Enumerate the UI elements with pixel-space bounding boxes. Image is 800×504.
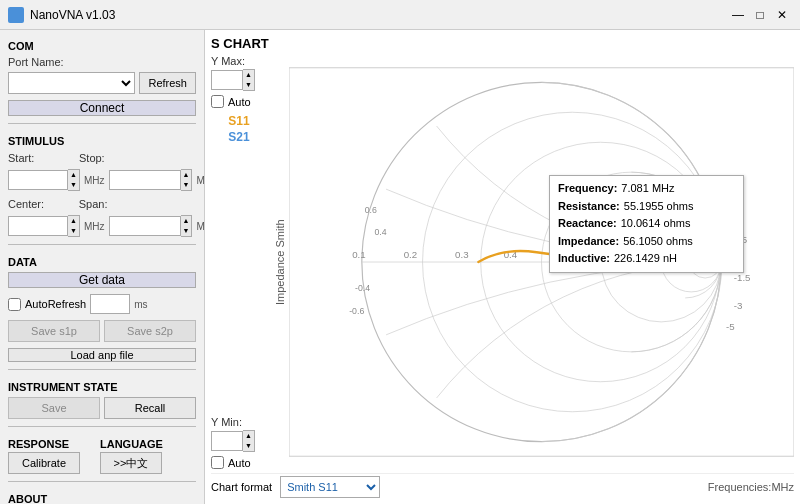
svg-text:0.2: 0.2 — [404, 249, 418, 260]
window-title: NanoVNA v1.03 — [30, 8, 115, 22]
calibrate-button[interactable]: Calibrate — [8, 452, 80, 474]
maximize-button[interactable]: □ — [750, 5, 770, 25]
ymax-auto-label: Auto — [228, 96, 251, 108]
start-label: Start: — [8, 152, 34, 164]
start-spinner[interactable]: ▲ ▼ — [68, 169, 80, 191]
y-axis-label: Impedance Smith — [271, 55, 289, 469]
ymax-up[interactable]: ▲ — [243, 70, 254, 80]
connect-button[interactable]: Connect — [8, 100, 196, 116]
span-up-arrow[interactable]: ▲ — [181, 216, 192, 226]
instrument-label: INSTRUMENT STATE — [8, 381, 196, 393]
about-label: ABOUT — [8, 493, 196, 504]
stop-down-arrow[interactable]: ▼ — [181, 180, 192, 190]
svg-text:0.4: 0.4 — [374, 227, 386, 237]
svg-text:1: 1 — [641, 249, 646, 260]
ymin-label: Y Min: — [211, 416, 267, 428]
load-anp-button[interactable]: Load anp file — [8, 348, 196, 362]
svg-text:1.5: 1.5 — [734, 234, 748, 245]
center-down-arrow[interactable]: ▼ — [68, 226, 79, 236]
svg-text:-1.5: -1.5 — [734, 272, 751, 283]
data-label: DATA — [8, 256, 196, 268]
minimize-button[interactable]: — — [728, 5, 748, 25]
language-label: LANGUAGE — [100, 438, 163, 450]
right-panel: S CHART Y Max: 1.0 ▲ ▼ Auto — [205, 30, 800, 504]
svg-text:0.3: 0.3 — [455, 249, 468, 260]
response-label: RESPONSE — [8, 438, 80, 450]
chart-format-label: Chart format — [211, 481, 272, 493]
left-panel: COM Port Name: Refresh Connect STIMULUS … — [0, 30, 205, 504]
chart-area: Impedance Smith — [271, 55, 794, 469]
port-name-label: Port Name: — [8, 56, 196, 68]
ymax-down[interactable]: ▼ — [243, 80, 254, 90]
ymin-auto-label: Auto — [228, 457, 251, 469]
s21-legend-label: S21 — [228, 130, 249, 144]
autorefresh-checkbox[interactable] — [8, 298, 21, 311]
start-input[interactable]: 0.050000 — [8, 170, 68, 190]
center-input[interactable]: 150.000000 — [8, 216, 68, 236]
stop-spinner[interactable]: ▲ ▼ — [181, 169, 193, 191]
svg-text:0.1: 0.1 — [352, 249, 366, 260]
start-up-arrow[interactable]: ▲ — [68, 170, 79, 180]
svg-text:3: 3 — [734, 209, 739, 220]
save-instrument-button[interactable]: Save — [8, 397, 100, 419]
ymin-down[interactable]: ▼ — [243, 441, 254, 451]
ymin-input[interactable]: 0.0 — [211, 431, 243, 451]
span-input[interactable]: 300.000000 — [109, 216, 181, 236]
language-button[interactable]: >>中文 — [100, 452, 162, 474]
chart-format-select[interactable]: Smith S11 — [280, 476, 380, 498]
svg-text:-0.4: -0.4 — [355, 283, 370, 293]
smith-chart-svg: 0.1 0.2 0.3 0.4 0.6 0.8 1 2 5 20 1.5 3 5 — [289, 55, 794, 469]
ymax-input[interactable]: 1.0 — [211, 70, 243, 90]
svg-point-30 — [659, 263, 667, 271]
frequencies-label: Frequencies:MHz — [708, 481, 794, 493]
svg-text:-5: -5 — [726, 321, 735, 332]
start-down-arrow[interactable]: ▼ — [68, 180, 79, 190]
center-spinner[interactable]: ▲ ▼ — [68, 215, 80, 237]
save-s2p-button[interactable]: Save s2p — [104, 320, 196, 342]
title-bar: NanoVNA v1.03 — □ ✕ — [0, 0, 800, 30]
ymax-label: Y Max: — [211, 55, 267, 67]
autorefresh-label: AutoRefresh — [25, 298, 86, 310]
autorefresh-input[interactable]: 1200 — [90, 294, 130, 314]
svg-text:0.6: 0.6 — [365, 205, 377, 215]
chart-svg-container[interactable]: 0.1 0.2 0.3 0.4 0.6 0.8 1 2 5 20 1.5 3 5 — [289, 55, 794, 469]
save-s1p-button[interactable]: Save s1p — [8, 320, 100, 342]
svg-text:0.8: 0.8 — [598, 249, 612, 260]
svg-text:5: 5 — [702, 249, 707, 260]
span-label: Span: — [79, 198, 108, 210]
svg-text:20: 20 — [723, 249, 734, 260]
port-select[interactable] — [8, 72, 135, 94]
stimulus-label: STIMULUS — [8, 135, 196, 147]
get-data-button[interactable]: Get data — [8, 272, 196, 288]
start-unit: MHz — [84, 175, 105, 186]
span-down-arrow[interactable]: ▼ — [181, 226, 192, 236]
stop-input[interactable]: 300.000000 — [109, 170, 181, 190]
stop-up-arrow[interactable]: ▲ — [181, 170, 192, 180]
com-section-label: COM — [8, 40, 196, 52]
ymin-auto-checkbox[interactable] — [211, 456, 224, 469]
recall-button[interactable]: Recall — [104, 397, 196, 419]
ymin-up[interactable]: ▲ — [243, 431, 254, 441]
span-spinner[interactable]: ▲ ▼ — [181, 215, 193, 237]
ymax-auto-checkbox[interactable] — [211, 95, 224, 108]
center-label: Center: — [8, 198, 44, 210]
app-icon — [8, 7, 24, 23]
refresh-button[interactable]: Refresh — [139, 72, 196, 94]
span-unit: MHz — [196, 221, 205, 232]
svg-text:-3: -3 — [734, 300, 743, 311]
svg-text:-0.6: -0.6 — [349, 306, 364, 316]
stop-unit: MHz — [196, 175, 205, 186]
svg-text:2: 2 — [675, 249, 680, 260]
stop-label: Stop: — [79, 152, 105, 164]
chart-title: S CHART — [211, 36, 794, 51]
close-button[interactable]: ✕ — [772, 5, 792, 25]
ymin-spinner[interactable]: ▲ ▼ — [243, 430, 255, 452]
bottom-controls: Chart format Smith S11 Frequencies:MHz — [211, 473, 794, 498]
s11-legend-label: S11 — [228, 114, 249, 128]
window-controls: — □ ✕ — [728, 5, 792, 25]
center-up-arrow[interactable]: ▲ — [68, 216, 79, 226]
svg-text:5: 5 — [726, 190, 731, 201]
ymax-spinner[interactable]: ▲ ▼ — [243, 69, 255, 91]
autorefresh-unit: ms — [134, 299, 147, 310]
center-unit: MHz — [84, 221, 105, 232]
